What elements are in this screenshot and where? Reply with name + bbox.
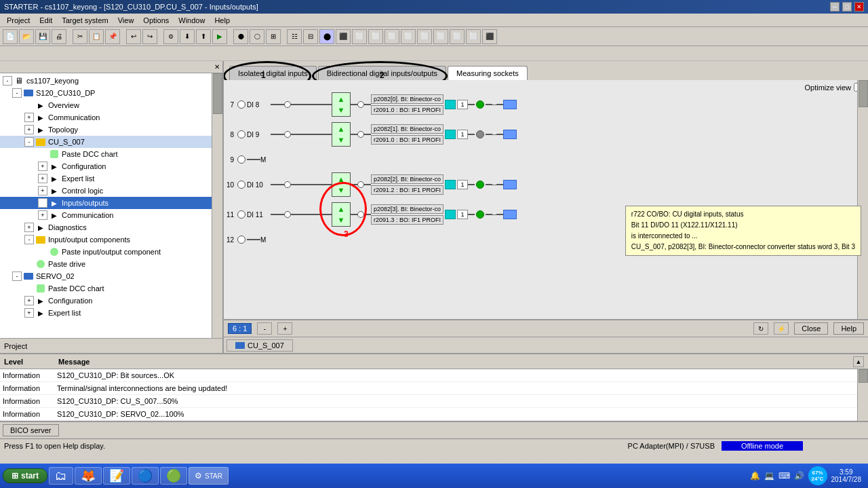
tb-upload[interactable]: ⬆ (196, 29, 211, 44)
taskbar-item-2[interactable]: 📝 (103, 467, 130, 485)
tree-node-paste-drive[interactable]: Paste drive (0, 258, 222, 270)
tb-b1[interactable]: ⬤ (233, 29, 248, 44)
tb-copy[interactable]: 📋 (89, 29, 104, 44)
tree-node-diag[interactable]: + ▶ Diagnostics (0, 221, 222, 233)
tree-area[interactable]: - 🖥 cs1107_keyong - S120_CU310_DP ▶ Over… (0, 73, 222, 338)
expander-config[interactable]: + (38, 162, 47, 171)
tree-node-root[interactable]: - 🖥 cs1107_keyong (0, 75, 222, 87)
taskbar-item-0[interactable]: 🗂 (49, 467, 73, 485)
tab-bidirectional[interactable]: Bidirectional digital inputs/outputs (318, 66, 446, 80)
tree-node-comm[interactable]: + ▶ Communication (0, 111, 222, 124)
menu-window[interactable]: Window (174, 15, 209, 26)
tb-download[interactable]: ⬇ (180, 29, 195, 44)
expander-expert2[interactable]: + (24, 308, 34, 318)
func-block-7[interactable]: ▲ ▼ (332, 92, 351, 117)
tree-node-config2[interactable]: + ▶ Configuration (0, 295, 222, 307)
help-button[interactable]: Help (833, 322, 864, 335)
tb-b7[interactable]: ⬛ (336, 29, 351, 44)
tree-node-topology[interactable]: + ▶ Topology (0, 124, 222, 136)
tb-save[interactable]: 💾 (35, 29, 50, 44)
tree-scrollbar[interactable] (212, 73, 222, 338)
taskbar-item-3[interactable]: 🔵 (132, 467, 159, 485)
expander-diag[interactable]: + (24, 223, 34, 232)
tree-node-config[interactable]: + ▶ Configuration (0, 160, 222, 172)
tb-compile[interactable]: ⚙ (163, 29, 178, 44)
tree-node-overview[interactable]: ▶ Overview (0, 99, 222, 111)
panel-close-icon[interactable]: ✕ (214, 63, 220, 71)
expander-expert[interactable]: + (38, 174, 47, 183)
close-window-button[interactable]: ✕ (854, 2, 864, 12)
tb-redo[interactable]: ↪ (142, 29, 157, 44)
expander-config2[interactable]: + (24, 296, 34, 305)
tb-open[interactable]: 📂 (19, 29, 34, 44)
tb-cut[interactable]: ✂ (73, 29, 87, 44)
tab-measuring[interactable]: Measuring sockets (448, 66, 528, 80)
taskbar-item-starter[interactable]: ⚙ STAR (189, 467, 229, 485)
func-block-11[interactable]: ▲ ▼ (332, 202, 351, 227)
tb-b2[interactable]: ◯ (250, 29, 264, 44)
tb-b4[interactable]: ☷ (287, 29, 302, 44)
tb-b3[interactable]: ⊞ (266, 29, 281, 44)
expander-root[interactable]: - (3, 76, 12, 86)
tree-node-io[interactable]: + ▶ Inputs/outputs (0, 197, 222, 209)
tb-b15[interactable]: ⬜ (466, 29, 481, 44)
tb-paste[interactable]: 📌 (105, 29, 120, 44)
canvas-scroll-thumb[interactable] (859, 80, 868, 107)
tb-print[interactable]: 🖨 (52, 29, 66, 44)
expander-topology[interactable]: + (24, 125, 34, 134)
expander-servo02[interactable]: - (12, 271, 22, 281)
log-scroll-thumb[interactable] (859, 369, 868, 383)
expander-cu_s_007[interactable]: - (24, 137, 34, 147)
expander-control[interactable]: + (38, 186, 47, 195)
minimize-button[interactable]: ─ (830, 2, 840, 12)
taskbar-item-4[interactable]: 🟢 (160, 467, 187, 485)
taskbar-item-1[interactable]: 🦊 (75, 467, 102, 485)
tb-b13[interactable]: ⬜ (433, 29, 448, 44)
menu-view[interactable]: View (114, 15, 138, 26)
tb-run[interactable]: ▶ (212, 29, 227, 44)
scroll-thumb[interactable] (213, 73, 222, 114)
tree-node-cu_s_007[interactable]: - CU_S_007 (0, 136, 222, 148)
tree-node-control[interactable]: + ▶ Control logic (0, 185, 222, 197)
log-scrollbar[interactable] (857, 369, 868, 421)
bottom-tab-cu-s-007[interactable]: CU_S_007 (226, 339, 293, 352)
tree-node-comm2[interactable]: + ▶ Communication (0, 209, 222, 221)
log-scroll[interactable]: Information S120_CU310_DP: Bit sources..… (0, 369, 868, 421)
expander-s120[interactable]: - (12, 88, 22, 98)
refresh-btn[interactable]: ↻ (753, 322, 768, 335)
func-block-10[interactable]: ▲ ▼ (332, 172, 351, 197)
tb-b5[interactable]: ⊟ (303, 29, 318, 44)
zoom-out-btn[interactable]: - (257, 322, 272, 335)
tree-node-expert[interactable]: + ▶ Expert list (0, 172, 222, 185)
tb-undo[interactable]: ↩ (126, 29, 141, 44)
close-button[interactable]: Close (794, 322, 828, 335)
menu-edit[interactable]: Edit (35, 15, 56, 26)
start-button[interactable]: ⊞ start (3, 468, 47, 483)
tree-node-servo02[interactable]: - SERVO_02 (0, 270, 222, 282)
tree-node-expert2[interactable]: + ▶ Expert list (0, 307, 222, 319)
tb-b6[interactable]: ⬤ (319, 29, 334, 44)
func-block-8[interactable]: ▲ ▼ (332, 122, 351, 147)
expander-io[interactable]: + (38, 198, 47, 208)
tree-node-paste-ioc[interactable]: Paste input/output component (0, 246, 222, 258)
log-scroll-up[interactable]: ▲ (853, 356, 864, 367)
titlebar-controls[interactable]: ─ □ ✕ (830, 2, 864, 12)
tb-b11[interactable]: ⬜ (401, 29, 416, 44)
expander-comm2[interactable]: + (38, 210, 47, 220)
tb-b14[interactable]: ⬜ (450, 29, 465, 44)
tab-isolated-digital[interactable]: Isolated digital inputs (229, 66, 317, 80)
bico-server-tab[interactable]: BICO server (3, 424, 59, 436)
sync-btn[interactable]: ⚡ (774, 322, 789, 335)
tree-node-paste-dcc2[interactable]: Paste DCC chart (0, 282, 222, 295)
canvas-scrollbar[interactable] (857, 80, 868, 319)
zoom-in-btn[interactable]: + (277, 322, 292, 335)
tb-b16[interactable]: ⬛ (482, 29, 497, 44)
tb-b8[interactable]: ⬜ (352, 29, 367, 44)
tb-b12[interactable]: ⬜ (417, 29, 432, 44)
tb-b9[interactable]: ⬜ (368, 29, 383, 44)
menu-options[interactable]: Options (139, 15, 173, 26)
tb-new[interactable]: 📄 (3, 29, 18, 44)
menu-help[interactable]: Help (210, 15, 234, 26)
menu-target-system[interactable]: Target system (58, 15, 112, 26)
tree-node-paste-dcc[interactable]: Paste DCC chart (0, 148, 222, 160)
